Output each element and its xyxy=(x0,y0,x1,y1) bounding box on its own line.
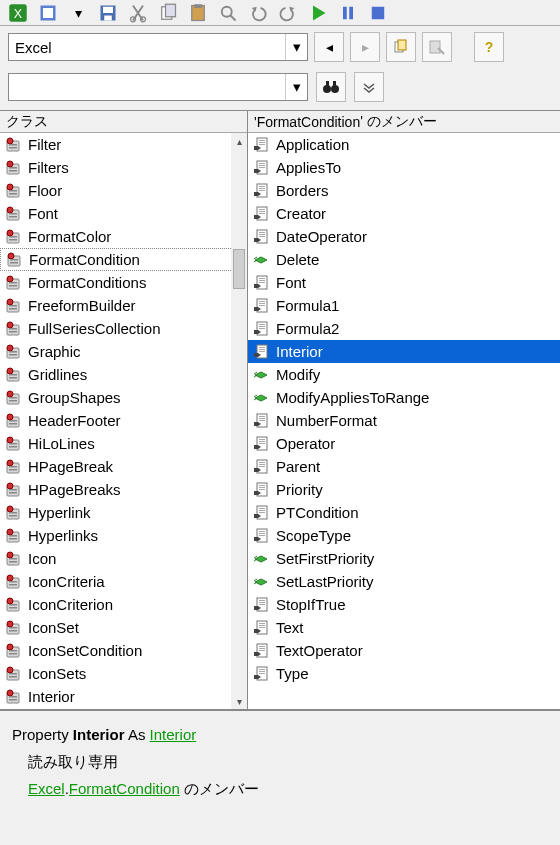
class-item[interactable]: IconCriteria xyxy=(0,570,247,593)
class-item[interactable]: Gridlines xyxy=(0,363,247,386)
class-item[interactable]: Interior xyxy=(0,685,247,708)
dropdown-arrow-icon[interactable]: ▾ xyxy=(68,3,88,23)
scroll-thumb[interactable] xyxy=(233,249,245,289)
member-item[interactable]: Creator xyxy=(248,202,560,225)
member-item[interactable]: StopIfTrue xyxy=(248,593,560,616)
class-item[interactable]: IconSets xyxy=(0,662,247,685)
class-item[interactable]: HiLoLines xyxy=(0,432,247,455)
class-item[interactable]: Font xyxy=(0,202,247,225)
class-icon xyxy=(4,458,22,476)
undo-icon[interactable] xyxy=(248,3,268,23)
details-lib-link[interactable]: Excel xyxy=(28,780,65,797)
member-item[interactable]: Text xyxy=(248,616,560,639)
svg-rect-168 xyxy=(259,441,265,442)
paste-icon[interactable] xyxy=(188,3,208,23)
svg-rect-121 xyxy=(9,676,17,678)
stop-icon[interactable] xyxy=(368,3,388,23)
member-item[interactable]: Delete xyxy=(248,248,560,271)
member-item[interactable]: Interior xyxy=(248,340,560,363)
member-item[interactable]: Modify xyxy=(248,363,560,386)
scroll-up-icon[interactable]: ▴ xyxy=(231,133,247,149)
help-button[interactable]: ? xyxy=(474,32,504,62)
class-item[interactable]: Hyperlinks xyxy=(0,524,247,547)
svg-rect-129 xyxy=(259,144,265,145)
pause-icon[interactable] xyxy=(338,3,358,23)
svg-rect-16 xyxy=(349,6,353,19)
nav-forward-button[interactable]: ▸ xyxy=(350,32,380,62)
class-item[interactable]: Floor xyxy=(0,179,247,202)
member-item[interactable]: PTCondition xyxy=(248,501,560,524)
member-item[interactable]: ModifyAppliesToRange xyxy=(248,386,560,409)
member-item[interactable]: Borders xyxy=(248,179,560,202)
classes-list[interactable]: FilterFiltersFloorFontFormatColorFormatC… xyxy=(0,133,247,709)
find-icon[interactable] xyxy=(218,3,238,23)
class-item[interactable]: Filters xyxy=(0,156,247,179)
save-icon[interactable] xyxy=(98,3,118,23)
class-item-label: Graphic xyxy=(28,343,81,360)
svg-rect-184 xyxy=(259,533,265,534)
member-item[interactable]: Parent xyxy=(248,455,560,478)
member-item[interactable]: DateOperator xyxy=(248,225,560,248)
svg-rect-197 xyxy=(259,650,265,651)
class-item[interactable]: FormatCondition xyxy=(0,248,247,271)
combo-arrow-icon[interactable]: ▾ xyxy=(285,74,307,100)
class-item[interactable]: Filter xyxy=(0,133,247,156)
library-combo[interactable]: Excel ▾ xyxy=(8,33,308,61)
class-item[interactable]: FormatConditions xyxy=(0,271,247,294)
redo-icon[interactable] xyxy=(278,3,298,23)
member-item-label: Delete xyxy=(276,251,319,268)
class-item[interactable]: Hyperlink xyxy=(0,501,247,524)
classes-scrollbar[interactable]: ▴ ▾ xyxy=(231,133,247,709)
search-combo[interactable]: ▾ xyxy=(8,73,308,101)
class-item[interactable]: HPageBreak xyxy=(0,455,247,478)
scroll-down-icon[interactable]: ▾ xyxy=(231,693,247,709)
class-item[interactable]: FormatColor xyxy=(0,225,247,248)
combo-arrow-icon[interactable]: ▾ xyxy=(285,34,307,60)
member-item[interactable]: ScopeType xyxy=(248,524,560,547)
member-item[interactable]: NumberFormat xyxy=(248,409,560,432)
svg-rect-196 xyxy=(259,648,265,649)
member-item[interactable]: SetLastPriority xyxy=(248,570,560,593)
class-item[interactable]: IconCriterion xyxy=(0,593,247,616)
svg-rect-105 xyxy=(9,584,17,586)
class-item[interactable]: Icon xyxy=(0,547,247,570)
svg-rect-193 xyxy=(259,627,265,628)
class-item[interactable]: FreeformBuilder xyxy=(0,294,247,317)
svg-rect-152 xyxy=(259,303,265,304)
member-item[interactable]: Type xyxy=(248,662,560,685)
member-item[interactable]: SetFirstPriority xyxy=(248,547,560,570)
class-item[interactable]: HPageBreaks xyxy=(0,478,247,501)
member-item[interactable]: Formula1 xyxy=(248,294,560,317)
binoculars-button[interactable] xyxy=(316,72,346,102)
excel-icon[interactable]: X xyxy=(8,3,28,23)
member-item[interactable]: Formula2 xyxy=(248,317,560,340)
svg-rect-20 xyxy=(430,41,440,53)
details-type-link[interactable]: Interior xyxy=(150,726,197,743)
members-list[interactable]: ApplicationAppliesToBordersCreatorDateOp… xyxy=(248,133,560,709)
member-item[interactable]: Font xyxy=(248,271,560,294)
run-icon[interactable] xyxy=(308,3,328,23)
class-item[interactable]: GroupShapes xyxy=(0,386,247,409)
search-options-button[interactable] xyxy=(354,72,384,102)
class-item[interactable]: HeaderFooter xyxy=(0,409,247,432)
cut-icon[interactable] xyxy=(128,3,148,23)
class-icon xyxy=(4,412,22,430)
member-item[interactable]: TextOperator xyxy=(248,639,560,662)
definition-button[interactable] xyxy=(422,32,452,62)
property-icon xyxy=(252,320,270,338)
member-item[interactable]: Operator xyxy=(248,432,560,455)
member-item[interactable]: AppliesTo xyxy=(248,156,560,179)
nav-back-button[interactable]: ◂ xyxy=(314,32,344,62)
property-icon xyxy=(252,136,270,154)
class-item[interactable]: IconSetCondition xyxy=(0,639,247,662)
copy-clipboard-button[interactable] xyxy=(386,32,416,62)
copy-icon[interactable] xyxy=(158,3,178,23)
view-icon[interactable] xyxy=(38,3,58,23)
details-class-link[interactable]: FormatCondition xyxy=(69,780,180,797)
class-item[interactable]: IconSet xyxy=(0,616,247,639)
class-item-label: Interior xyxy=(28,688,75,705)
member-item[interactable]: Priority xyxy=(248,478,560,501)
member-item[interactable]: Application xyxy=(248,133,560,156)
class-item[interactable]: FullSeriesCollection xyxy=(0,317,247,340)
class-item[interactable]: Graphic xyxy=(0,340,247,363)
